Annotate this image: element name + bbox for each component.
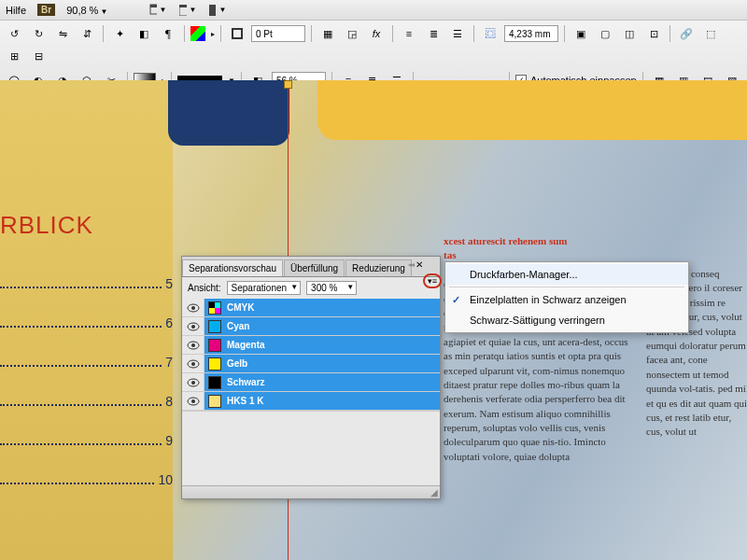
menu-help[interactable]: Hilfe [6, 5, 26, 16]
svg-point-14 [191, 362, 195, 366]
blue-rounded-box [168, 80, 289, 146]
index-list: 5 6 7 8 9 10 [0, 276, 173, 511]
panel-tab-bar: Separationsvorschau Überfüllung Reduzier… [182, 257, 440, 277]
ink-swatch [208, 301, 221, 315]
rotate-ccw-icon[interactable]: ↺ [4, 24, 24, 43]
ink-row[interactable]: Schwarz [182, 373, 440, 392]
tab-flatten[interactable]: Reduzierung [345, 259, 412, 276]
paragraph-icon[interactable]: ¶ [158, 24, 178, 43]
ink-name: Gelb [227, 358, 247, 369]
svg-rect-3 [179, 5, 187, 7]
menu-bar: Hilfe Br 90,8 %▼ ▼ ▼ ▼ [0, 0, 747, 21]
ink-swatch [208, 357, 221, 371]
flyout-item-label: Druckfarben-Manager... [470, 269, 578, 280]
svg-point-8 [191, 306, 195, 310]
text-wrap-icon[interactable]: ▦ [317, 24, 338, 43]
frame-fit-icon[interactable]: ⿴ [480, 24, 500, 43]
ink-name: Magenta [227, 340, 265, 350]
visibility-eye-icon[interactable] [182, 373, 204, 391]
svg-point-12 [191, 343, 195, 347]
size-input[interactable] [504, 25, 558, 42]
ink-row[interactable]: HKS 1 K [182, 392, 440, 411]
link2-icon[interactable]: ⬚ [700, 24, 721, 43]
panel-zoom-select[interactable]: 300 % ▼ [306, 281, 357, 295]
panel-menu-button[interactable]: ▾≡ [423, 273, 442, 288]
align-bot-icon[interactable]: ☰ [447, 24, 468, 43]
fit-frame-icon[interactable]: ▢ [595, 24, 615, 43]
rotate-cw-icon[interactable]: ↻ [28, 24, 49, 43]
link-icon[interactable]: 🔗 [676, 24, 697, 43]
view-select[interactable]: Separationen ▼ [227, 281, 302, 295]
selection-handle[interactable] [284, 80, 292, 89]
yellow-rounded-box [317, 80, 747, 140]
flyout-item-label: Einzelplatten in Schwarz anzeigen [470, 294, 627, 305]
ink-swatch [208, 395, 221, 408]
ink-row[interactable]: Magenta [182, 336, 440, 355]
panel-close-icon[interactable]: ✕ [416, 259, 427, 271]
resize-grip-icon[interactable]: ◢ [430, 487, 438, 497]
flip-h-icon[interactable]: ⇋ [52, 24, 73, 43]
effects-icon[interactable]: ✦ [109, 24, 130, 43]
visibility-eye-icon[interactable] [182, 392, 204, 410]
fill-frame-icon[interactable]: ◫ [619, 24, 640, 43]
visibility-eye-icon[interactable] [182, 336, 204, 354]
ink-swatch [208, 339, 221, 352]
ink-row[interactable]: CMYK [182, 299, 440, 317]
bridge-badge[interactable]: Br [37, 4, 55, 16]
view-label: Ansicht: [188, 283, 221, 293]
arrange-icon[interactable]: ▼ [208, 2, 227, 19]
view-options-icon[interactable]: ▼ [178, 2, 197, 19]
fit-content-icon[interactable]: ▣ [571, 24, 591, 43]
svg-rect-6 [233, 29, 242, 38]
ink-list: CMYKCyanMagentaGelbSchwarzHKS 1 K [182, 299, 440, 411]
page-heading: RBLICK [0, 211, 93, 240]
check-icon: ✓ [452, 294, 460, 306]
screen-mode-icon[interactable]: ▼ [148, 2, 167, 19]
ink-row[interactable]: Cyan [182, 317, 440, 336]
align-top-icon[interactable]: ≡ [399, 24, 419, 43]
svg-point-10 [191, 325, 195, 329]
flip-v-icon[interactable]: ⇵ [77, 24, 97, 43]
svg-rect-1 [150, 5, 157, 7]
chevron-down-icon: ▼ [100, 7, 107, 16]
panel-footer: ◢ [182, 485, 440, 498]
visibility-eye-icon[interactable] [182, 355, 204, 372]
visibility-eye-icon[interactable] [182, 317, 204, 335]
tab-separations-preview[interactable]: Separationsvorschau [182, 259, 283, 276]
ink-swatch [208, 320, 221, 333]
stroke-icon[interactable] [227, 24, 247, 43]
flyout-item-label: Schwarz-Sättigung verringern [470, 315, 605, 326]
align-mid-icon[interactable]: ≣ [423, 24, 444, 43]
flyout-menu-item[interactable]: ✓Einzelplatten in Schwarz anzeigen [445, 289, 688, 310]
ink-swatch [208, 376, 221, 389]
link4-icon[interactable]: ⊟ [28, 47, 49, 65]
corner-icon[interactable]: ◲ [342, 24, 362, 43]
stroke-weight-input[interactable] [251, 25, 305, 42]
ink-name: HKS 1 K [227, 396, 263, 406]
svg-point-18 [191, 399, 195, 403]
menu-lines-icon: ▾≡ [428, 276, 437, 286]
panel-empty-area [182, 411, 440, 485]
document-canvas[interactable]: RBLICK 5 6 7 8 9 10 xcest aturescit rehe… [0, 80, 747, 560]
flyout-menu-item[interactable]: Schwarz-Sättigung verringern [445, 310, 688, 330]
ink-name: Cyan [227, 321, 249, 331]
panel-flyout-menu: Druckfarben-Manager...✓Einzelplatten in … [444, 261, 689, 333]
svg-rect-4 [209, 5, 216, 16]
ink-name: CMYK [227, 302, 254, 313]
link3-icon[interactable]: ⊞ [4, 47, 24, 65]
panel-grip-icon[interactable]: ◂◂ [408, 260, 414, 269]
fx-icon[interactable]: fx [366, 24, 387, 43]
flyout-menu-item[interactable]: Druckfarben-Manager... [445, 264, 688, 285]
ink-row[interactable]: Gelb [182, 355, 440, 373]
visibility-eye-icon[interactable] [182, 299, 204, 316]
svg-point-16 [191, 381, 195, 385]
drop-shadow-icon[interactable]: ◧ [134, 24, 154, 43]
tab-trap[interactable]: Überfüllung [284, 259, 345, 276]
ink-name: Schwarz [227, 377, 265, 387]
center-content-icon[interactable]: ⊡ [643, 24, 664, 43]
zoom-level[interactable]: 90,8 %▼ [66, 5, 107, 16]
rgb-icon[interactable] [190, 26, 205, 41]
menu-separator [449, 287, 684, 287]
separations-panel: Separationsvorschau Überfüllung Reduzier… [181, 256, 441, 499]
